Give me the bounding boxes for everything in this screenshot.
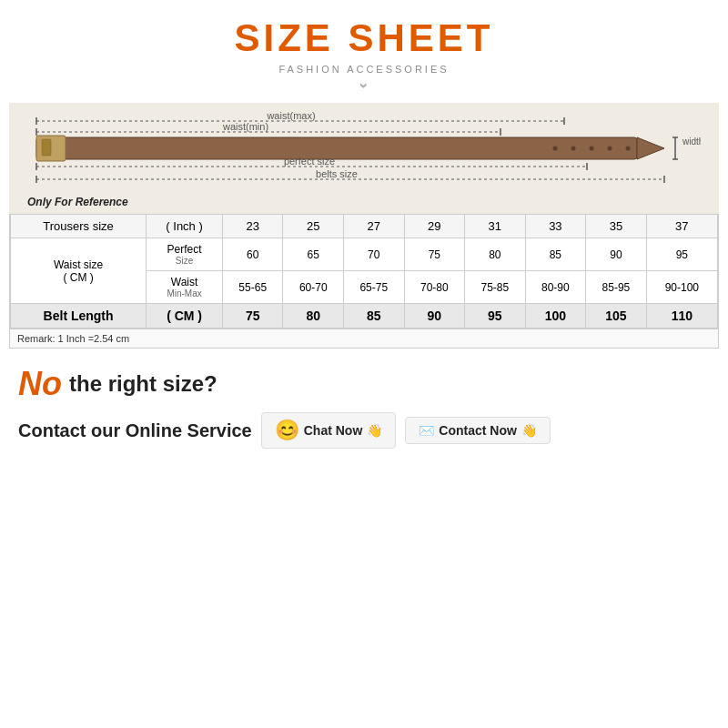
svg-text:perfect size: perfect size (284, 156, 335, 167)
title-section: SIZE SHEET FASHION ACCESSORIES ›› (0, 0, 728, 96)
size-25: 25 (283, 215, 344, 238)
waist-55-65: 55-65 (222, 271, 283, 304)
svg-rect-8 (36, 137, 637, 159)
mail-icon: ✉️ (419, 423, 434, 438)
chat-now-button[interactable]: 😊 Chat Now 👋 (261, 412, 397, 449)
waist-65-75: 65-75 (344, 271, 405, 304)
perfect-70: 70 (344, 238, 405, 271)
belt-length-row: Belt Length ( CM ) 75 80 85 90 95 100 10… (11, 304, 718, 329)
page: SIZE SHEET FASHION ACCESSORIES ›› waist(… (0, 0, 728, 728)
size-37: 37 (646, 215, 717, 238)
subtitle: FASHION ACCESSORIES (0, 64, 728, 75)
belt-diagram: waist(max) waist(min) (27, 112, 701, 194)
trousers-row: Trousers size ( Inch ) 23 25 27 29 31 33… (11, 215, 718, 238)
size-table: Trousers size ( Inch ) 23 25 27 29 31 33… (10, 214, 718, 329)
belt-100: 100 (525, 304, 586, 329)
svg-text:waist(min): waist(min) (222, 121, 268, 132)
contact-label: Contact our Online Service (18, 420, 252, 441)
perfect-85: 85 (525, 238, 586, 271)
svg-text:waist(max): waist(max) (266, 112, 315, 121)
svg-text:belts size: belts size (316, 168, 358, 179)
svg-point-15 (626, 147, 631, 151)
right-size-text: the right size? (69, 371, 217, 397)
contact-now-button[interactable]: ✉️ Contact Now 👋 (405, 417, 551, 444)
belt-95: 95 (465, 304, 526, 329)
main-title: SIZE SHEET (0, 16, 728, 60)
size-33: 33 (525, 215, 586, 238)
perfect-90: 90 (586, 238, 647, 271)
size-29: 29 (404, 215, 465, 238)
bottom-section: No the right size? Contact our Online Se… (9, 365, 719, 449)
svg-marker-16 (637, 137, 664, 159)
belt-80: 80 (283, 304, 344, 329)
perfect-60: 60 (222, 238, 283, 271)
perfect-95: 95 (646, 238, 717, 271)
belt-75: 75 (222, 304, 283, 329)
svg-point-14 (608, 147, 612, 151)
size-27: 27 (344, 215, 405, 238)
chat-now-label: Chat Now (304, 423, 363, 438)
inch-label: ( Inch ) (147, 215, 223, 238)
hand-icon: 👋 (367, 423, 382, 438)
trousers-label: Trousers size (11, 215, 147, 238)
chat-icon: 😊 (275, 419, 299, 442)
size-35: 35 (586, 215, 647, 238)
waist-70-80: 70-80 (404, 271, 465, 304)
waist-75-85: 75-85 (465, 271, 526, 304)
waist-85-95: 85-95 (586, 271, 647, 304)
belt-105: 105 (586, 304, 647, 329)
belt-110: 110 (646, 304, 717, 329)
waist-80-90: 80-90 (525, 271, 586, 304)
perfect-75: 75 (404, 238, 465, 271)
no-text: No (18, 365, 62, 403)
waist-90-100: 90-100 (646, 271, 717, 304)
belt-length-unit: ( CM ) (147, 304, 223, 329)
svg-point-12 (571, 147, 576, 151)
svg-point-11 (553, 147, 558, 151)
svg-point-13 (590, 147, 594, 151)
waist-60-70: 60-70 (283, 271, 344, 304)
contact-now-label: Contact Now (439, 423, 517, 438)
contact-line: Contact our Online Service 😊 Chat Now 👋 … (18, 412, 710, 449)
waist-size-label: Waist size ( CM ) (11, 238, 147, 304)
belt-85: 85 (344, 304, 405, 329)
perfect-80: 80 (465, 238, 526, 271)
only-reference: Only For Reference (27, 196, 701, 208)
table-section: Trousers size ( Inch ) 23 25 27 29 31 33… (9, 214, 719, 349)
perfect-size-row: Waist size ( CM ) Perfect Size 60 65 70 … (11, 238, 718, 271)
perfect-65: 65 (283, 238, 344, 271)
size-23: 23 (222, 215, 283, 238)
perfect-size-label: Perfect Size (147, 238, 223, 271)
size-31: 31 (465, 215, 526, 238)
no-size-line: No the right size? (18, 365, 710, 403)
remark: Remark: 1 Inch =2.54 cm (10, 329, 718, 348)
waist-min-max-label: Waist Min-Max (147, 271, 223, 304)
belt-90: 90 (404, 304, 465, 329)
belt-length-label: Belt Length (11, 304, 147, 329)
chevron-icon: ›› (357, 83, 371, 86)
svg-rect-10 (42, 139, 51, 156)
belt-section: waist(max) waist(min) (9, 103, 719, 214)
hand2-icon: 👋 (521, 423, 537, 438)
svg-text:width: width (682, 136, 701, 147)
